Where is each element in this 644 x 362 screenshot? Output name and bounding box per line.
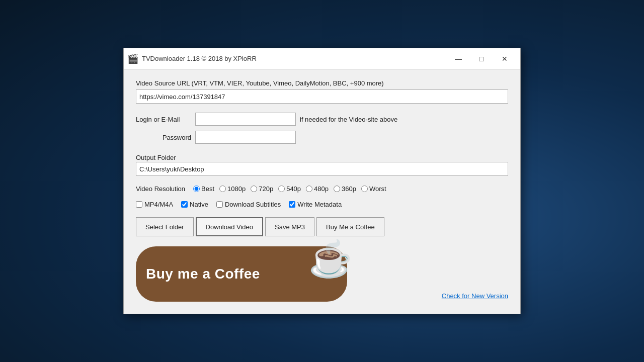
checkbox-mp4[interactable]: MP4/M4A <box>136 201 173 208</box>
resolution-360p[interactable]: 360p <box>334 185 356 193</box>
select-folder-button[interactable]: Select Folder <box>136 217 194 236</box>
resolution-720p[interactable]: 720p <box>251 185 273 193</box>
password-row: Password <box>136 131 508 144</box>
coffee-banner-text: Buy me a Coffee <box>146 266 260 282</box>
resolution-row: Video Resolution Best 1080p 720p 540p 48… <box>136 185 508 193</box>
resolution-1080p[interactable]: 1080p <box>219 185 246 193</box>
resolution-label: Video Resolution <box>136 185 185 193</box>
resolution-best[interactable]: Best <box>193 185 214 193</box>
window-content: Video Source URL (VRT, VTM, VIER, Youtub… <box>124 69 520 314</box>
checkbox-row: MP4/M4A Native Download Subtitles Write … <box>136 201 508 208</box>
resolution-480p[interactable]: 480p <box>306 185 329 193</box>
buy-coffee-button[interactable]: Buy Me a Coffee <box>316 217 384 236</box>
output-folder-label: Output Folder <box>136 154 176 161</box>
resolution-radio-group: Best 1080p 720p 540p 480p 360p <box>193 185 390 193</box>
url-group: Video Source URL (VRT, VTM, VIER, Youtub… <box>136 79 508 104</box>
download-video-button[interactable]: Download Video <box>196 217 263 236</box>
login-row: Login or E-Mail if needed for the Video-… <box>136 113 508 126</box>
button-row: Select Folder Download Video Save MP3 Bu… <box>136 217 508 236</box>
login-input[interactable] <box>195 113 296 126</box>
minimize-button[interactable]: — <box>447 51 470 66</box>
app-icon: 🎬 <box>128 54 138 64</box>
checkbox-subtitles[interactable]: Download Subtitles <box>216 201 281 208</box>
maximize-button[interactable]: □ <box>470 51 493 66</box>
checkbox-metadata[interactable]: Write Metadata <box>289 201 342 208</box>
main-window: 🎬 TVDownloader 1.18 © 2018 by XPloRR — □… <box>123 48 521 314</box>
password-input[interactable] <box>195 131 296 144</box>
title-bar: 🎬 TVDownloader 1.18 © 2018 by XPloRR — □… <box>124 48 520 69</box>
check-version-link[interactable]: Check for New Version <box>442 292 508 302</box>
coffee-banner[interactable]: Buy me a Coffee ☕ <box>136 246 347 302</box>
output-folder-input[interactable] <box>136 162 508 176</box>
login-label: Login or E-Mail <box>136 116 191 123</box>
login-hint: if needed for the Video-site above <box>300 116 397 123</box>
close-button[interactable]: ✕ <box>493 51 516 66</box>
resolution-worst[interactable]: Worst <box>361 185 386 193</box>
password-label: Password <box>136 134 191 141</box>
output-folder-section: Output Folder <box>136 153 508 176</box>
window-title: TVDownloader 1.18 © 2018 by XPloRR <box>142 55 447 62</box>
url-input[interactable] <box>136 89 508 104</box>
save-mp3-button[interactable]: Save MP3 <box>265 217 314 236</box>
coffee-section: Buy me a Coffee ☕ Check for New Version <box>136 246 508 302</box>
resolution-540p[interactable]: 540p <box>278 185 301 193</box>
checkbox-native[interactable]: Native <box>181 201 208 208</box>
window-controls: — □ ✕ <box>447 51 516 66</box>
coffee-icon: ☕ <box>308 241 352 277</box>
url-label: Video Source URL (VRT, VTM, VIER, Youtub… <box>136 79 508 87</box>
